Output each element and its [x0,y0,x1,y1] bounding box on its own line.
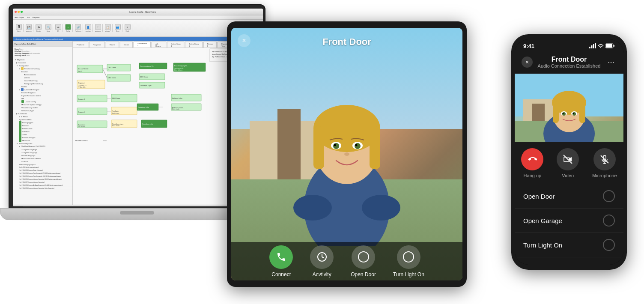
user-icon[interactable]: 👥 [115,24,121,30]
svg-rect-81 [593,44,594,48]
tab-manage3[interactable]: Remiux 1 [203,42,217,48]
tree-rechte[interactable]: Rechte [13,85,72,88]
tree-webseiten[interactable]: Webseiten, Apps [13,109,72,112]
open-garage-toggle[interactable] [603,215,615,227]
minimize-dot[interactable] [18,11,20,13]
tree-showtime[interactable]: ▶ Showtime [13,61,72,64]
pencil-icon[interactable]: ✏ [55,24,61,30]
tablet-turn-light-button[interactable]: Turn Light On [393,245,424,277]
tree-netzwerk[interactable]: ▼ T Netzwerkgeräte [13,142,72,145]
phone-hangup-button[interactable]: Hang up [521,148,543,178]
tree-fernsteuerungen[interactable]: Fernsteuerungen [13,136,72,139]
tree-miniserver-update[interactable]: Miniserver Update via App [13,103,72,106]
tree-geschaeftsfuehrung[interactable]: Geschäftsführung [13,79,72,82]
phone-video-button[interactable]: Video [557,148,579,178]
tree-administratoren[interactable]: Administratoren [13,73,72,76]
tree-eigene-kenn[interactable]: Eigene Kennworte ändern [13,94,72,97]
tab-program[interactable]: Programm [89,42,105,48]
tree-intercom3[interactable]: Feid 2 R04 P09 (Loxone Intercom Extensio… [13,187,72,190]
tab-gerate[interactable]: Geräte [120,42,133,48]
tree-tree1[interactable]: Feid 2 R04 P04 (Loxone Tree Extension) (… [13,172,72,175]
tree-tree2[interactable]: Feid 2 R04 P05 (Loxone Tree Extension) -… [13,175,72,178]
tree-konstanten[interactable]: ▶ Konstanten [13,112,72,115]
tab-manager[interactable]: Beleuchtung 1 [167,42,184,48]
tablet-activity-button[interactable]: Acvtivity [310,245,334,277]
tree-m-marker[interactable]: ▶ M Marker [13,115,72,118]
tree-benutzer2[interactable]: Benutzer [13,124,72,127]
settings-icon[interactable]: ⚙ [36,24,42,30]
save-label: speichern [26,30,31,32]
tree-relay[interactable]: Feid 2 R04 P03 (Loxone Relay Extension) [13,169,72,172]
search-icon[interactable]: 🔍 [45,24,51,30]
search-label: Suche [47,30,51,32]
tree-loxone-config[interactable]: Loxone Config [13,100,72,103]
tab-periph[interactable]: Peripherie [73,42,88,48]
phone-action-settings[interactable]: Settings [515,257,623,265]
maximize-dot[interactable] [21,11,23,13]
tab-manage2[interactable]: Beleuchtung 2 [185,42,202,48]
order-icon[interactable]: 📋 [105,24,111,30]
upload-icon[interactable]: ↑ [95,24,101,30]
tablet-close-button[interactable]: × [238,34,250,47]
tree-betriebsmodi[interactable]: Betriebsmodi [13,127,72,130]
check-icon[interactable]: ✓ [125,24,131,30]
tree-virt-ein[interactable]: Virtuelle Eingänge [13,154,72,157]
menu-test[interactable]: Test [27,16,30,18]
tab-raume[interactable]: Räume [106,42,119,48]
tree-reinigung[interactable]: Reinigung/Überwachung [13,82,72,85]
tree-konfiguration[interactable]: ▼ Konfiguration [13,64,72,67]
sw-toolbar: 🗄 laden 💾 speichern ⚙ Dienste 🔍 [13,20,263,37]
tree-air[interactable]: Feid 2 R04 P08 (Loxone Air Base Extensio… [13,184,72,187]
menu-mein-projekt[interactable]: Mein Projekt [15,16,24,18]
tree-vertrieb[interactable]: Vertrieb [13,76,72,79]
tree-dig-aus[interactable]: 2* Digitale Ausgänge [13,151,72,154]
tree-zeiten[interactable]: Zeiten [13,133,72,136]
tab-auto[interactable]: Alle Regeln [152,42,166,48]
menu-diagnose[interactable]: Diagnose [33,16,40,18]
save-icon[interactable]: 💾 [26,24,32,30]
svg-rect-82 [595,43,596,48]
tree-benutzerverwaltung[interactable]: ▶ Benutzerverwaltung [13,67,72,70]
plus-icon[interactable]: + [65,24,71,30]
tree-raumgruppen[interactable]: Raumgruppen [13,121,72,124]
signal-icon [589,43,596,48]
open-door-toggle[interactable] [603,190,615,202]
tree-intercom1[interactable]: Feid 2 R04 P06 (Loxone Intercom Extensio… [13,178,72,181]
tree-showhome[interactable]: ▼ ShowHome (Miniserver) (Feid 2 R04 P01) [13,145,72,148]
tablet-bottom-bar: Connect Acvtivity [231,242,462,280]
tree-viz[interactable]: Visualisierung ändern [13,106,72,109]
phone-action-open-door[interactable]: Open Door [515,184,623,209]
tab-showmaster[interactable]: ShowMaster × [134,42,151,48]
close-dot[interactable] [15,11,17,13]
phone-more-button[interactable]: ··· [605,57,617,68]
tree-sd[interactable]: SD Karte [13,160,72,163]
phone-close-button[interactable]: × [522,57,533,68]
tablet-open-door-button[interactable]: Open Door [351,245,376,277]
tree-systemvar[interactable]: Systemvariablen [13,118,72,121]
svg-text:DMO Grass: DMO Grass [112,98,120,99]
tree-intercom2[interactable]: Feid 2 R04 P07 (Loxone Intercom Extensio… [13,181,72,184]
new-icon[interactable]: 🗄 [16,24,22,30]
phone-mic-button[interactable]: Microphone [592,148,617,178]
tree-tast[interactable]: Tast (LO50 Geräte angeschlossen) [13,166,72,169]
turn-light-toggle[interactable] [603,239,615,251]
tree-bel-gruppen[interactable]: Beleuchtungsgruppen [13,163,72,166]
tree-itp[interactable]: ITP [13,97,72,100]
tree-miniserver[interactable]: Miniserver [13,139,72,142]
phone-action-open-garage[interactable]: Open Garage [515,209,623,233]
tree-minikomm[interactable]: Miniserverkommunikation [13,157,72,160]
svg-text:Eingabe 4: Eingabe 4 [78,98,85,100]
tree-automatik[interactable]: ▶ Automatik Designer [13,88,72,91]
tree-benutzerfreigaben[interactable]: Benutzerfreigaben [13,91,72,94]
phone-status-icons [589,43,615,48]
tree-dig-ein[interactable]: 2* Digitale Eingänge [13,148,72,151]
phone-action-turn-light[interactable]: Turn Light On [515,233,623,257]
tablet-connect-button[interactable]: Connect [269,245,293,277]
tree-benutzer[interactable]: Benutzer [13,70,72,73]
person-icon[interactable]: 👤 [85,24,91,30]
tree-allgemein[interactable]: ▼ Allgemein [13,58,72,61]
svg-point-67 [333,143,339,149]
link-icon[interactable]: 🔗 [75,24,81,30]
plus-label: Konfig [66,30,70,32]
tree-schaltuhr[interactable]: Schaltuhr [13,130,72,133]
